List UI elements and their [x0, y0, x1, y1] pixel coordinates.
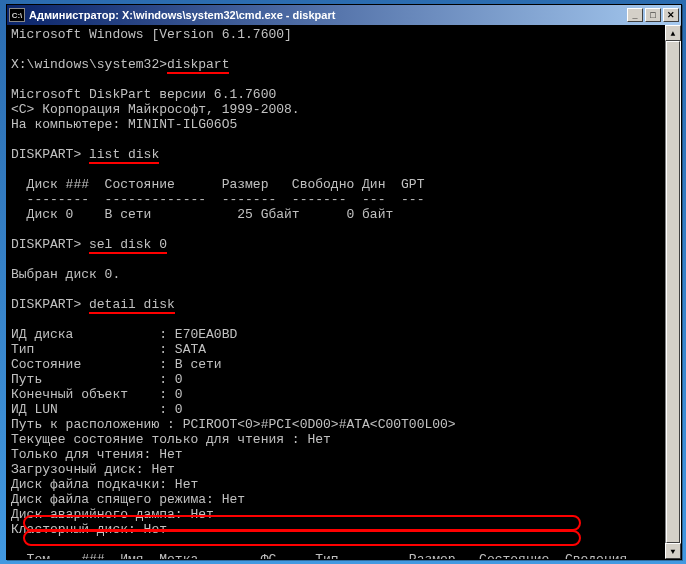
console-line: На компьютере: MININT-ILG06O5	[11, 117, 237, 132]
prompt: X:\windows\system32>	[11, 57, 167, 72]
cmd-sel-disk: sel disk 0	[89, 237, 167, 254]
disk-table-row: Диск 0 В сети 25 Gбайт 0 байт	[11, 207, 393, 222]
console-area[interactable]: Microsoft Windows [Version 6.1.7600] X:\…	[7, 25, 681, 559]
prompt: DISKPART>	[11, 147, 89, 162]
scroll-track[interactable]	[665, 41, 681, 543]
detail-line: Кластерный диск: Нет	[11, 522, 167, 537]
window-controls: _ □ ✕	[627, 8, 679, 22]
detail-line: Загрузочный диск: Нет	[11, 462, 175, 477]
disk-table-divider: -------- ------------- ------- ------- -…	[11, 192, 424, 207]
vertical-scrollbar[interactable]: ▲ ▼	[665, 25, 681, 559]
prompt: DISKPART>	[11, 297, 89, 312]
prompt: DISKPART>	[11, 237, 89, 252]
cmd-window: C:\ Администратор: X:\windows\system32\c…	[6, 4, 682, 560]
detail-line: Путь : 0	[11, 372, 183, 387]
detail-line: Диск аварийного дампа: Нет	[11, 507, 214, 522]
close-button[interactable]: ✕	[663, 8, 679, 22]
detail-line: Конечный объект : 0	[11, 387, 183, 402]
scroll-down-button[interactable]: ▼	[665, 543, 681, 559]
detail-line: Только для чтения: Нет	[11, 447, 183, 462]
cmd-detail-disk: detail disk	[89, 297, 175, 314]
scroll-thumb[interactable]	[666, 41, 680, 543]
scroll-up-button[interactable]: ▲	[665, 25, 681, 41]
detail-line: Диск файла подкачки: Нет	[11, 477, 198, 492]
console-line: <C> Корпорация Майкрософт, 1999-2008.	[11, 102, 300, 117]
cmd-list-disk: list disk	[89, 147, 159, 164]
window-title: Администратор: X:\windows\system32\cmd.e…	[29, 9, 627, 21]
console-line: Выбран диск 0.	[11, 267, 120, 282]
volume-table-header: Том ### Имя Метка ФС Тип Размер Состояни…	[11, 552, 627, 559]
maximize-button[interactable]: □	[645, 8, 661, 22]
console-line: Microsoft Windows [Version 6.1.7600]	[11, 27, 292, 42]
minimize-button[interactable]: _	[627, 8, 643, 22]
console-line: Microsoft DiskPart версии 6.1.7600	[11, 87, 276, 102]
detail-line: Диск файла спящего режима: Нет	[11, 492, 245, 507]
cmd-diskpart: diskpart	[167, 57, 229, 74]
detail-line: Путь к расположению : PCIROOT<0>#PCI<0D0…	[11, 417, 456, 432]
detail-line: Текущее состояние только для чтения : Не…	[11, 432, 331, 447]
titlebar[interactable]: C:\ Администратор: X:\windows\system32\c…	[7, 5, 681, 25]
detail-line: Состояние : В сети	[11, 357, 222, 372]
cmd-icon: C:\	[9, 8, 25, 22]
detail-line: ИД диска : E70EA0BD	[11, 327, 237, 342]
detail-line: Тип : SATA	[11, 342, 206, 357]
detail-line: ИД LUN : 0	[11, 402, 183, 417]
disk-table-header: Диск ### Состояние Размер Свободно Дин G…	[11, 177, 424, 192]
